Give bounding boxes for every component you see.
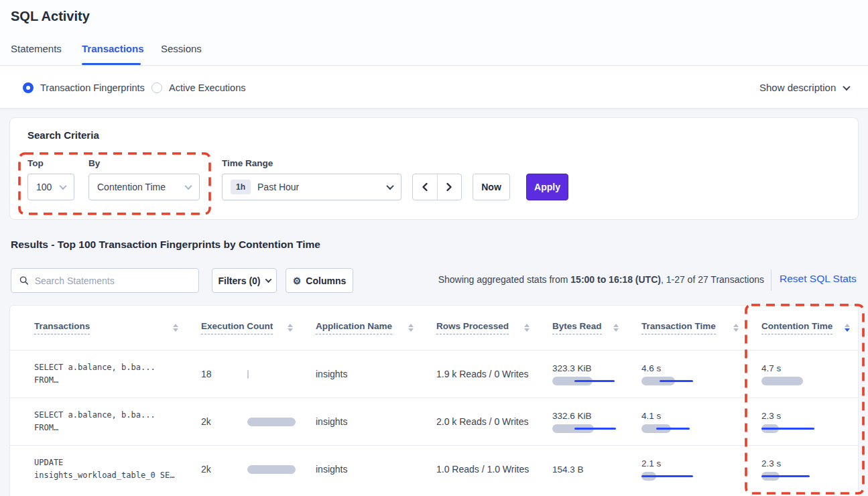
contention-time-bar — [761, 424, 842, 433]
application-name-cell: insights — [316, 369, 436, 379]
chevron-right-icon — [445, 182, 453, 192]
reset-sql-stats-link[interactable]: Reset SQL Stats — [780, 273, 857, 285]
transaction-time-bar — [641, 377, 722, 385]
top-select-value: 100 — [36, 182, 52, 192]
column-header-application-name[interactable]: Application Name — [316, 321, 436, 334]
top-header: SQL Activity Statements Transactions Ses… — [0, 0, 868, 66]
sort-icon[interactable] — [733, 324, 739, 332]
chevron-down-icon — [843, 82, 851, 90]
tab-statements[interactable]: Statements — [11, 43, 62, 54]
contention-time-cell: 4.7 s — [761, 363, 858, 385]
transaction-fingerprint-link[interactable]: SELECT a.balance, b.ba... FROM… — [10, 361, 201, 387]
contention-time-bar — [761, 377, 842, 385]
radio-active-executions[interactable]: Active Executions — [151, 66, 245, 109]
sort-icon[interactable] — [288, 324, 293, 332]
next-time-range-button[interactable] — [438, 174, 462, 200]
transaction-fingerprint-link[interactable]: SELECT a.balance, b.ba... FROM… — [10, 409, 201, 434]
rows-processed-cell: 2.0 k Reads / 0 Writes — [436, 416, 552, 427]
show-description-label: Show description — [759, 82, 836, 93]
contention-time-cell: 2.3 s — [761, 411, 858, 433]
columns-button[interactable]: ⚙ Columns — [286, 268, 353, 293]
sort-icon[interactable] — [173, 324, 178, 332]
sort-icon[interactable] — [613, 324, 619, 332]
bytes-read-cell: 154.3 B — [552, 464, 641, 475]
active-tab-underline — [82, 63, 141, 65]
table-row[interactable]: SELECT a.balance, b.ba... FROM… 2k insig… — [10, 397, 858, 445]
aggregated-stats-text: Showing aggregated stats from 15:00 to 1… — [438, 274, 764, 285]
contention-time-bar — [761, 472, 842, 481]
transactions-table: Transactions Execution Count Application… — [9, 305, 859, 496]
time-range-label: Time Range — [222, 158, 273, 168]
tab-sessions[interactable]: Sessions — [161, 43, 202, 54]
execution-count-cell: 18 — [201, 369, 316, 379]
sort-icon-active-desc[interactable] — [845, 324, 850, 332]
contention-time-cell: 2.3 s — [761, 458, 858, 481]
execution-count-cell: 2k — [201, 464, 316, 475]
execution-count-bar — [247, 418, 296, 426]
filters-label: Filters (0) — [218, 275, 260, 286]
by-select[interactable]: Contention Time — [88, 174, 200, 200]
column-header-rows-processed[interactable]: Rows Processed — [436, 321, 552, 334]
radio-transaction-fingerprints[interactable]: Transaction Fingerprints — [23, 66, 145, 109]
sql-activity-page: { "page": { "title": "SQL Activity" }, "… — [0, 0, 868, 496]
tab-transactions[interactable]: Transactions — [82, 43, 144, 54]
time-range-select[interactable]: 1h Past Hour — [222, 174, 401, 200]
top-select[interactable]: 100 — [27, 174, 74, 200]
search-statements-input[interactable] — [35, 275, 190, 286]
radio-selected-icon[interactable] — [23, 82, 34, 93]
search-criteria-panel: Search Criteria Top 100 By Contention Ti… — [9, 117, 859, 220]
execution-count-bar — [247, 465, 296, 474]
transaction-time-cell: 4.1 s — [641, 411, 761, 433]
radio-label: Active Executions — [169, 82, 245, 93]
bytes-read-bar — [552, 377, 633, 385]
show-description-toggle[interactable]: Show description — [759, 66, 849, 109]
column-header-execution-count[interactable]: Execution Count — [201, 321, 316, 334]
chevron-down-icon — [265, 276, 271, 283]
column-header-contention-time[interactable]: Contention Time — [761, 321, 858, 334]
sort-icon[interactable] — [408, 324, 414, 332]
table-header-row: Transactions Execution Count Application… — [10, 306, 858, 350]
column-header-transaction-time[interactable]: Transaction Time — [641, 321, 761, 334]
time-range-step-group — [412, 174, 462, 200]
results-heading: Results - Top 100 Transaction Fingerprin… — [11, 239, 320, 251]
radio-unselected-icon[interactable] — [151, 82, 162, 93]
sort-icon[interactable] — [524, 324, 530, 332]
page-title: SQL Activity — [11, 9, 90, 24]
now-button[interactable]: Now — [473, 174, 510, 200]
column-header-transactions[interactable]: Transactions — [10, 321, 201, 334]
transaction-time-cell: 4.6 s — [641, 363, 761, 385]
by-label: By — [88, 158, 100, 168]
application-name-cell: insights — [316, 464, 436, 475]
time-range-badge: 1h — [231, 180, 251, 194]
transaction-fingerprint-link[interactable]: UPDATE insights_workload_table_0 SE… — [10, 456, 201, 482]
view-toggle-bar: Transaction Fingerprints Active Executio… — [0, 66, 868, 109]
columns-label: Columns — [306, 275, 346, 286]
column-header-bytes-read[interactable]: Bytes Read — [552, 321, 641, 334]
search-statements-box[interactable] — [11, 268, 199, 293]
search-criteria-heading: Search Criteria — [27, 129, 99, 141]
execution-count-bar — [247, 370, 249, 379]
bytes-read-cell: 323.3 KiB — [552, 363, 641, 385]
execution-count-cell: 2k — [201, 416, 316, 427]
previous-time-range-button[interactable] — [413, 174, 438, 200]
chevron-down-icon — [59, 182, 66, 190]
by-select-value: Contention Time — [97, 182, 166, 192]
rows-processed-cell: 1.0 Reads / 1.0 Writes — [436, 464, 552, 475]
time-range-value: Past Hour — [257, 182, 299, 192]
gear-icon: ⚙ — [293, 276, 302, 286]
bytes-read-cell: 332.6 KiB — [552, 411, 641, 433]
chevron-down-icon — [386, 182, 393, 190]
chevron-down-icon — [184, 182, 192, 190]
table-row[interactable]: SELECT a.balance, b.ba... FROM… 18 insig… — [10, 350, 858, 397]
divider — [771, 269, 771, 291]
apply-button[interactable]: Apply — [526, 174, 568, 200]
filters-button[interactable]: Filters (0) — [212, 268, 277, 293]
transaction-time-bar — [641, 424, 722, 433]
top-label: Top — [27, 158, 44, 168]
search-icon — [19, 275, 29, 286]
chevron-left-icon — [421, 182, 429, 192]
rows-processed-cell: 1.9 k Reads / 0 Writes — [436, 369, 552, 379]
bytes-read-bar — [552, 424, 633, 433]
transaction-time-cell: 2.1 s — [641, 458, 761, 481]
table-row[interactable]: UPDATE insights_workload_table_0 SE… 2k … — [10, 445, 858, 493]
